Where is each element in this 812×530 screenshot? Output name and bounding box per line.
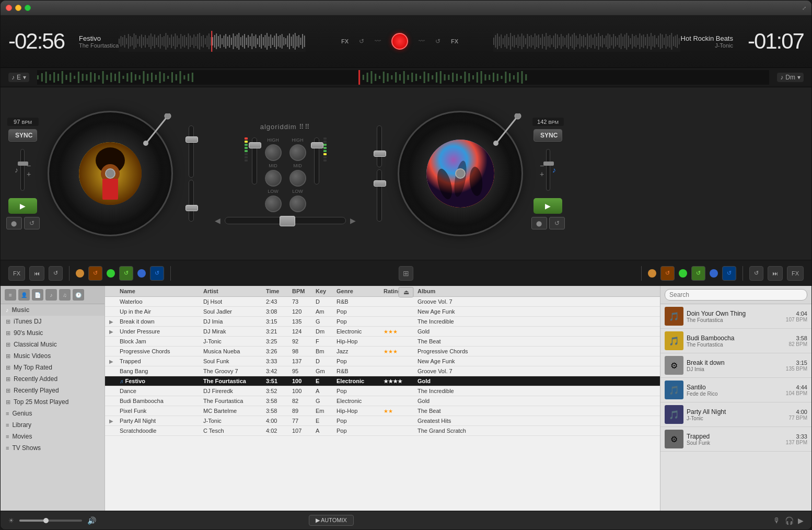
queue-item[interactable]: ⚙ Break it down DJ Imia 3:15 135 BPM — [660, 353, 811, 378]
deck-right-waveform[interactable] — [493, 31, 680, 52]
loop-icon-left[interactable]: ↺ — [359, 38, 364, 45]
hotcue-btn-1-right[interactable]: ↺ — [660, 266, 675, 281]
guitar-button[interactable]: ♪ — [45, 289, 57, 301]
sidebar-item-library[interactable]: ≡Library — [1, 419, 105, 431]
left-ch-fader-handle[interactable] — [249, 142, 261, 148]
left-pitch-handle[interactable] — [185, 136, 198, 143]
track-row[interactable]: Block Jam J-Tonic 3:25 92 F Hip-Hop The … — [105, 337, 660, 347]
search-input[interactable] — [665, 289, 807, 301]
left-key-selector[interactable]: ♪ E ▾ — [8, 73, 29, 82]
sidebar-item-music[interactable]: ♪Music — [1, 304, 105, 316]
right-pitch-fader[interactable] — [377, 169, 382, 222]
left-gain-handle[interactable] — [185, 205, 198, 211]
track-row[interactable]: ▶ Trapped Soul Funk 3:33 137 D Pop New A… — [105, 356, 660, 366]
track-row[interactable]: ▶ Party All Night J-Tonic 4:00 77 E Pop … — [105, 416, 660, 426]
track-row[interactable]: Progressive Chords Musica Nueba 3:26 98 … — [105, 347, 660, 356]
deck-left-sync-button[interactable]: SYNC — [8, 129, 37, 142]
right-gain-handle[interactable] — [374, 151, 386, 157]
play-status-icon[interactable]: ▶ — [798, 516, 804, 525]
sidebar-item-genius[interactable]: ≡Genius — [1, 408, 105, 419]
low-eq-knob-right[interactable] — [289, 195, 306, 212]
hotcue-3-right[interactable] — [710, 269, 718, 278]
sidebar-item-classical-music[interactable]: ⊞Classical Music — [1, 339, 105, 350]
high-eq-knob-left[interactable] — [265, 144, 282, 161]
low-eq-knob-left[interactable] — [265, 195, 282, 212]
queue-item[interactable]: 🎵 Budi Bamboocha The Fourtastica 3:58 82… — [660, 329, 811, 353]
eject-button[interactable]: ⏏ — [399, 287, 414, 297]
left-pitch-fader[interactable] — [189, 125, 194, 178]
hotcue-btn-1-left[interactable]: ↺ — [88, 266, 102, 281]
deck-right-loop-button[interactable]: ↺ — [549, 217, 565, 229]
piano-button[interactable]: ♫ — [59, 289, 71, 301]
queue-item[interactable]: 🎵 Santilo Fede de Rico 4:44 104 BPM — [660, 378, 811, 402]
master-volume-bar[interactable] — [19, 520, 82, 522]
col-header-genre[interactable]: Genre — [337, 288, 384, 294]
grid-view-button[interactable]: ⊞ — [399, 266, 413, 281]
col-header-album[interactable]: Album — [417, 288, 491, 294]
deck-right-cue-button[interactable]: ⬤ — [531, 217, 547, 229]
right-next-button[interactable]: ⏭ — [768, 266, 783, 281]
hotcue-1-right[interactable] — [648, 269, 656, 278]
loop-icon-right[interactable]: ↺ — [435, 38, 440, 45]
left-gain-fader[interactable] — [189, 180, 194, 222]
hotcue-2-left[interactable] — [107, 269, 115, 278]
right-ch-fader-handle[interactable] — [311, 142, 323, 148]
mid-eq-knob-left[interactable] — [265, 170, 282, 187]
master-volume-knob[interactable] — [43, 518, 49, 523]
col-header-name[interactable]: Name — [120, 288, 203, 294]
track-row[interactable]: Pixel Funk MC Bartelme 3:58 89 Em Hip-Ho… — [105, 406, 660, 416]
col-header-artist[interactable]: Artist — [203, 288, 266, 294]
sidebar-item-music-videos[interactable]: ⊞Music Videos — [1, 350, 105, 362]
headphones-icon[interactable]: 🎧 — [785, 516, 794, 525]
track-row[interactable]: Waterloo Dj Hsot 2:43 73 D R&B Groove Vo… — [105, 297, 660, 307]
deck-left-loop-button[interactable]: ↺ — [24, 217, 40, 229]
col-header-key[interactable]: Key — [316, 288, 337, 294]
clock-button[interactable]: 🕐 — [73, 289, 84, 301]
left-prev-button[interactable]: ⏮ — [29, 266, 44, 281]
left-ch-fader-track[interactable] — [252, 137, 257, 185]
hotcue-3-left[interactable] — [137, 269, 146, 278]
deck-left-volume-slider[interactable] — [20, 149, 25, 191]
right-loop-ctrl-button[interactable]: ↺ — [749, 266, 763, 281]
col-header-bpm[interactable]: BPM — [292, 288, 316, 294]
deck-left-plus-button[interactable]: + — [27, 170, 31, 178]
crossfader-track[interactable] — [225, 217, 346, 224]
sidebar-item-itunes-dj[interactable]: ⊞iTunes DJ — [1, 316, 105, 327]
left-fx-button[interactable]: FX — [8, 266, 25, 281]
left-fx-label[interactable]: FX — [341, 38, 349, 44]
deck-right-sync-button[interactable]: SYNC — [533, 129, 562, 142]
waveform-icon-left[interactable]: 〰 — [375, 38, 381, 45]
close-button[interactable] — [6, 5, 12, 11]
browse-button[interactable]: 📄 — [32, 289, 43, 301]
sidebar-item-movies[interactable]: ≡Movies — [1, 431, 105, 442]
record-button[interactable] — [391, 33, 408, 50]
sidebar-item-90's-music[interactable]: ⊞90's Music — [1, 327, 105, 339]
queue-item[interactable]: 🎵 Doin Your Own Thing The Fourtastica 4:… — [660, 304, 811, 329]
col-header-time[interactable]: Time — [266, 288, 292, 294]
automix-button[interactable]: ▶ AUTOMIX — [309, 515, 354, 526]
hotcue-btn-3-right[interactable]: ↺ — [722, 266, 736, 281]
minimize-button[interactable] — [15, 5, 21, 11]
deck-left-volume-handle[interactable] — [18, 162, 28, 166]
hotcue-2-right[interactable] — [679, 269, 687, 278]
sidebar-item-my-top-rated[interactable]: ⊞My Top Rated — [1, 362, 105, 373]
right-gain-fader[interactable] — [377, 125, 382, 167]
left-loop-ctrl-button[interactable]: ↺ — [49, 266, 63, 281]
right-fx-button[interactable]: FX — [787, 266, 804, 281]
deck-right-play-button[interactable]: ▶ — [533, 198, 562, 214]
hotcue-btn-2-right[interactable]: ↺ — [691, 266, 705, 281]
deck-left-cue-button[interactable]: ⬤ — [6, 217, 22, 229]
right-key-selector[interactable]: ♪ Dm ▾ — [777, 73, 804, 82]
hotcue-1-left[interactable] — [76, 269, 84, 278]
sidebar-item-top-25-most-played[interactable]: ⊞Top 25 Most Played — [1, 396, 105, 408]
right-fx-label[interactable]: FX — [451, 38, 458, 44]
track-row[interactable]: Up in the Air Soul Jadler 3:08 120 Am Po… — [105, 307, 660, 317]
track-row[interactable]: Budi Bamboocha The Fourtastica 3:58 82 G… — [105, 396, 660, 406]
headphone-icon-right[interactable]: ♪ — [552, 166, 556, 174]
eq-waveform[interactable] — [37, 70, 769, 85]
track-row[interactable]: ▶ Break it down DJ Imia 3:15 135 G Pop T… — [105, 317, 660, 327]
deck-left-waveform[interactable] — [119, 31, 306, 52]
sidebar-item-recently-added[interactable]: ⊞Recently Added — [1, 373, 105, 385]
sidebar-item-tv-shows[interactable]: ≡TV Shows — [1, 442, 105, 454]
track-row[interactable]: Bang Bang The Groovy 7 3:42 95 Gm R&B Gr… — [105, 366, 660, 376]
